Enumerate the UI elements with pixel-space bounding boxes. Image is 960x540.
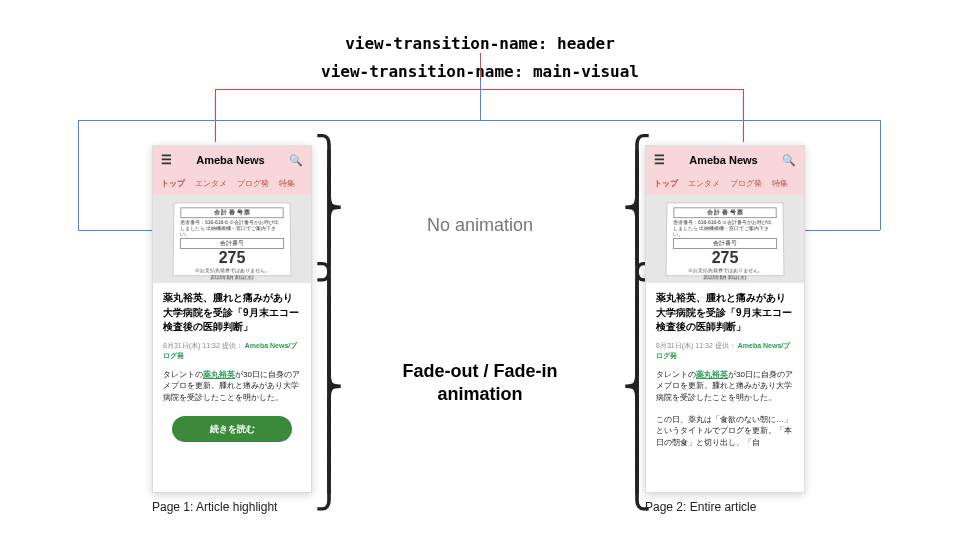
article-body: タレントの薬丸裕英が30日に自身のアメブロを更新。腫れと痛みがあり大学病院を受診… xyxy=(163,369,301,404)
brand-label: Ameba News xyxy=(689,154,757,166)
phone-tabs: トップ エンタメ ブログ発 特集 xyxy=(646,174,804,195)
article-title: 薬丸裕英、腫れと痛みがあり大学病院を受診「9月末エコー検査後の医師判断」 xyxy=(163,291,301,335)
article-body-extra: この日、薬丸は「食欲のない朝に…」というタイトルでブログを更新。「本日の朝食」と… xyxy=(656,414,794,449)
caption-page1: Page 1: Article highlight xyxy=(152,500,277,514)
connector-blue xyxy=(78,120,79,230)
ticket-foot2: 2023年8月30日(水) xyxy=(179,274,284,280)
main-visual: 会 計 番 号 票 患者番号：616-616-6 ※会計番号がお呼び出しましたら… xyxy=(646,195,804,283)
article-block: 薬丸裕英、腫れと痛みがあり大学病院を受診「9月末エコー検査後の医師判断」 8月3… xyxy=(646,283,804,456)
article-provider: 提供： xyxy=(715,342,736,349)
brand-label: Ameba News xyxy=(196,154,264,166)
search-icon[interactable]: 🔍 xyxy=(289,154,303,167)
ticket-foot2: 2023年8月30日(水) xyxy=(672,274,777,280)
ticket-mid: 会計番号 xyxy=(673,238,777,249)
curly-brace-icon: ⎫⎪⎪⎬⎪⎪⎭ xyxy=(314,150,344,268)
tab-feature[interactable]: 特集 xyxy=(279,178,295,189)
connector-blue xyxy=(480,80,481,120)
body-prefix: タレントの xyxy=(163,370,203,379)
vtn-header-label: view-transition-name: header xyxy=(0,34,960,53)
connector-blue xyxy=(480,120,880,121)
ticket-image: 会 計 番 号 票 患者番号：616-616-6 ※会計番号がお呼び出しましたら… xyxy=(665,202,784,276)
connector-blue xyxy=(78,120,480,121)
ticket-foot1: ※お支払先発券ではありません。 xyxy=(180,267,285,273)
tab-top[interactable]: トップ xyxy=(654,178,678,189)
phone-tabs: トップ エンタメ ブログ発 特集 xyxy=(153,174,311,195)
ticket-rows: 患者番号：616-616-6 ※会計番号がお呼び出しましたら 出納機複機・窓口で… xyxy=(673,219,777,237)
search-icon[interactable]: 🔍 xyxy=(782,154,796,167)
ticket-rows: 患者番号：616-616-6 ※会計番号がお呼び出しましたら 出納機複機・窓口で… xyxy=(180,219,284,237)
hamburger-icon[interactable]: ☰ xyxy=(654,153,665,167)
ticket-number: 275 xyxy=(180,250,285,266)
no-animation-label: No animation xyxy=(370,215,590,236)
article-body: タレントの薬丸裕英が30日に自身のアメブロを更新。腫れと痛みがあり大学病院を受診… xyxy=(656,369,794,404)
connector-red xyxy=(480,89,743,90)
tab-blog[interactable]: ブログ発 xyxy=(730,178,762,189)
fade-animation-label: Fade-out / Fade-in animation xyxy=(370,360,590,407)
connector-red xyxy=(743,89,744,142)
article-time: 8月31日(木) 11:32 xyxy=(163,342,220,349)
body-highlight[interactable]: 薬丸裕英 xyxy=(696,370,728,379)
ticket-title: 会 計 番 号 票 xyxy=(673,207,776,218)
connector-blue xyxy=(805,230,880,231)
tab-feature[interactable]: 特集 xyxy=(772,178,788,189)
tab-entame[interactable]: エンタメ xyxy=(195,178,227,189)
tab-entame[interactable]: エンタメ xyxy=(688,178,720,189)
article-title: 薬丸裕英、腫れと痛みがあり大学病院を受診「9月末エコー検査後の医師判断」 xyxy=(656,291,794,335)
connector-red xyxy=(215,89,216,142)
article-provider: 提供： xyxy=(222,342,243,349)
body-highlight[interactable]: 薬丸裕英 xyxy=(203,370,235,379)
ticket-title: 会 計 番 号 票 xyxy=(180,207,283,218)
hamburger-icon[interactable]: ☰ xyxy=(161,153,172,167)
phone-page2: ☰ Ameba News 🔍 トップ エンタメ ブログ発 特集 会 計 番 号 … xyxy=(645,145,805,493)
article-meta: 8月31日(木) 11:32 提供： Ameba News/ブログ発 xyxy=(163,341,301,361)
phone-header: ☰ Ameba News 🔍 xyxy=(646,146,804,174)
article-meta: 8月31日(木) 11:32 提供： Ameba News/ブログ発 xyxy=(656,341,794,361)
curly-brace-icon: ⎫⎪⎪⎪⎪⎪⎬⎪⎪⎪⎪⎪⎭ xyxy=(314,278,344,496)
article-block: 薬丸裕英、腫れと痛みがあり大学病院を受診「9月末エコー検査後の医師判断」 8月3… xyxy=(153,283,311,450)
caption-page2: Page 2: Entire article xyxy=(645,500,756,514)
phone-page1: ☰ Ameba News 🔍 トップ エンタメ ブログ発 特集 会 計 番 号 … xyxy=(152,145,312,493)
read-more-button[interactable]: 続きを読む xyxy=(172,416,292,442)
tab-blog[interactable]: ブログ発 xyxy=(237,178,269,189)
ticket-number: 275 xyxy=(673,250,778,266)
phone-header: ☰ Ameba News 🔍 xyxy=(153,146,311,174)
ticket-mid: 会計番号 xyxy=(180,238,284,249)
ticket-image: 会 計 番 号 票 患者番号：616-616-6 ※会計番号がお呼び出しましたら… xyxy=(172,202,291,276)
article-time: 8月31日(木) 11:32 xyxy=(656,342,713,349)
tab-top[interactable]: トップ xyxy=(161,178,185,189)
connector-blue xyxy=(880,120,881,230)
connector-red xyxy=(215,89,480,90)
ticket-foot1: ※お支払先発券ではありません。 xyxy=(673,267,778,273)
connector-blue xyxy=(78,230,153,231)
body-prefix: タレントの xyxy=(656,370,696,379)
main-visual: 会 計 番 号 票 患者番号：616-616-6 ※会計番号がお呼び出しましたら… xyxy=(153,195,311,283)
